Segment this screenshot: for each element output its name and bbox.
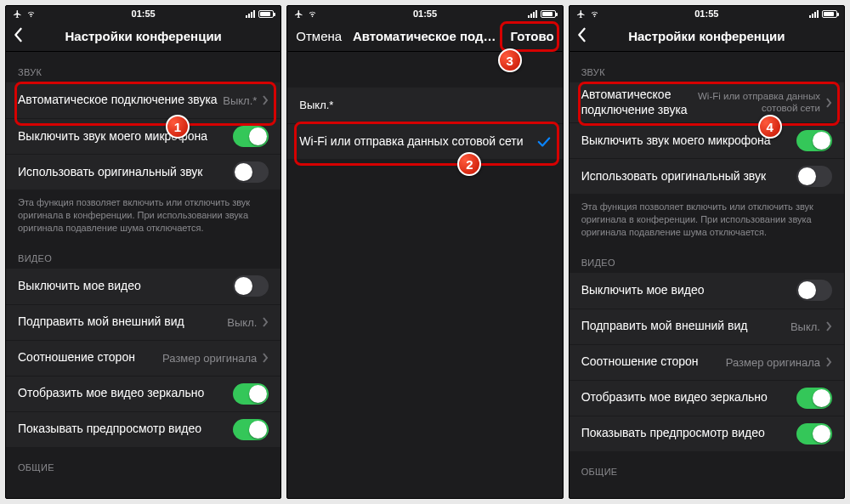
orig-sound-note: Эта функция позволяет включить или отклю… [570, 194, 844, 242]
option-off[interactable]: Выкл.* [287, 88, 562, 123]
option-label: Wi-Fi или отправка данных сотовой сети [299, 134, 536, 150]
chevron-right-icon [262, 353, 269, 363]
row-label: Соотношение сторон [581, 354, 726, 370]
switch-preview[interactable] [233, 419, 269, 440]
row-value: Выкл.* [223, 94, 257, 107]
row-label: Автоматическое подключение звука [18, 93, 223, 108]
nav-bar: Настройки конференции [6, 21, 280, 52]
chevron-right-icon [825, 357, 832, 367]
status-bar: 01:55 [287, 6, 562, 21]
row-label: Отобразить мое видео зеркально [18, 386, 233, 401]
status-time: 01:55 [570, 8, 844, 19]
switch-mirror[interactable] [796, 388, 832, 409]
chevron-right-icon [825, 98, 832, 108]
battery-icon [258, 10, 274, 18]
settings-list: ЗВУК Автоматическое подключение звука Вы… [6, 52, 280, 498]
status-bar: 01:55 [570, 6, 844, 21]
nav-bar: Настройки конференции [570, 21, 844, 52]
row-video-off[interactable]: Выключить мое видео [570, 273, 844, 309]
status-time: 01:55 [287, 8, 562, 19]
nav-title: Автоматическое подкл... [353, 29, 497, 43]
row-mirror[interactable]: Отобразить мое видео зеркально [570, 380, 844, 416]
row-value: Выкл. [227, 316, 257, 329]
switch-video-off[interactable] [233, 275, 269, 297]
row-video-off[interactable]: Выключить мое видео [6, 269, 280, 304]
checkmark-icon [537, 136, 551, 148]
row-aspect[interactable]: Соотношение сторон Размер оригинала [6, 340, 280, 376]
settings-screen-before: 01:55 Настройки конференции ЗВУК Автомат… [5, 5, 281, 499]
nav-title: Настройки конференции [65, 29, 221, 43]
row-label: Отобразить мое видео зеркально [581, 390, 796, 405]
section-sound: ЗВУК [6, 52, 280, 82]
row-label: Показывать предпросмотр видео [581, 426, 796, 441]
row-label: Выключить мое видео [581, 283, 796, 298]
row-mirror[interactable]: Отобразить мое видео зеркально [6, 376, 280, 411]
battery-icon [541, 10, 556, 18]
callout-badge-3: 3 [498, 48, 522, 72]
section-general: ОБЩИЕ [6, 447, 280, 478]
switch-mirror[interactable] [233, 383, 269, 405]
row-aspect[interactable]: Соотношение сторон Размер оригинала [570, 344, 844, 380]
status-time: 01:55 [6, 8, 280, 19]
cancel-button[interactable]: Отмена [296, 29, 342, 43]
option-wifi-cellular[interactable]: Wi-Fi или отправка данных сотовой сети [287, 123, 562, 159]
section-video: ВИДЕО [6, 238, 280, 269]
section-sound: ЗВУК [570, 52, 844, 82]
row-label: Выключить звук моего микрофона [18, 129, 233, 144]
chevron-right-icon [262, 317, 269, 327]
row-value: Размер оригинала [162, 352, 257, 365]
row-mute-mic[interactable]: Выключить звук моего микрофона [570, 122, 844, 158]
switch-preview[interactable] [796, 423, 832, 445]
row-label: Автоматическое подключение звука [581, 88, 688, 117]
option-label: Выкл.* [299, 99, 550, 112]
row-label: Показывать предпросмотр видео [18, 422, 233, 437]
row-auto-connect-sound[interactable]: Автоматическое подключение звука Выкл.* [6, 82, 280, 118]
row-preview[interactable]: Показывать предпросмотр видео [570, 416, 844, 451]
chevron-right-icon [825, 321, 832, 331]
picker-screen: 01:55 Отмена Автоматическое подкл... Гот… [286, 5, 563, 499]
nav-bar: Отмена Автоматическое подкл... Готово [287, 21, 562, 52]
switch-video-off[interactable] [796, 280, 832, 301]
row-label: Подправить мой внешний вид [581, 319, 790, 334]
nav-title: Настройки конференции [628, 29, 785, 43]
row-label: Подправить мой внешний вид [18, 314, 227, 330]
section-general: ОБЩИЕ [570, 451, 844, 482]
row-preview[interactable]: Показывать предпросмотр видео [6, 411, 280, 447]
switch-mute-mic[interactable] [796, 130, 832, 151]
options-list: Выкл.* Wi-Fi или отправка данных сотовой… [287, 52, 562, 498]
switch-orig-sound[interactable] [796, 166, 832, 187]
row-label: Выключить мое видео [18, 279, 233, 294]
row-label: Использовать оригинальный звук [581, 169, 796, 184]
status-bar: 01:55 [6, 6, 280, 21]
callout-badge-1: 1 [166, 115, 190, 139]
back-button[interactable] [576, 27, 586, 46]
row-touchup[interactable]: Подправить мой внешний вид Выкл. [570, 309, 844, 344]
section-video: ВИДЕО [570, 242, 844, 273]
switch-orig-sound[interactable] [233, 161, 269, 183]
row-touchup[interactable]: Подправить мой внешний вид Выкл. [6, 304, 280, 340]
row-label: Соотношение сторон [18, 350, 162, 365]
row-value: Wi-Fi или отправка данных сотовой сети [688, 91, 820, 115]
back-button[interactable] [13, 27, 23, 46]
row-orig-sound[interactable]: Использовать оригинальный звук [6, 154, 280, 190]
orig-sound-note: Эта функция позволяет включить или отклю… [6, 190, 280, 238]
row-label: Использовать оригинальный звук [18, 165, 233, 180]
switch-mute-mic[interactable] [233, 126, 269, 147]
battery-icon [822, 10, 837, 18]
done-button[interactable]: Готово [511, 29, 554, 43]
row-mute-mic[interactable]: Выключить звук моего микрофона [6, 118, 280, 154]
chevron-right-icon [262, 95, 269, 105]
row-value: Выкл. [790, 320, 820, 333]
settings-list: ЗВУК Автоматическое подключение звука Wi… [570, 52, 844, 498]
callout-badge-4: 4 [758, 115, 782, 139]
row-orig-sound[interactable]: Использовать оригинальный звук [570, 158, 844, 194]
row-value: Размер оригинала [726, 356, 820, 369]
settings-screen-after: 01:55 Настройки конференции ЗВУК Автомат… [569, 5, 845, 499]
row-auto-connect-sound[interactable]: Автоматическое подключение звука Wi-Fi и… [570, 82, 844, 122]
